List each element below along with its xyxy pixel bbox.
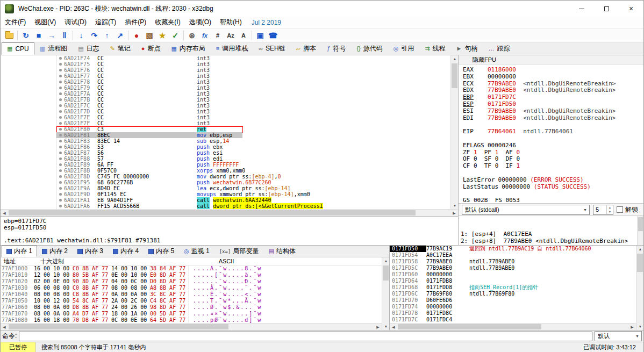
step-over-button[interactable]: ↷ xyxy=(88,30,101,41)
tab-memory-5[interactable]: 内存 5 xyxy=(144,246,179,257)
disasm-row[interactable]: 6AD21F79CCint3 xyxy=(1,85,450,91)
tab-memory-3[interactable]: 内存 3 xyxy=(73,246,108,257)
find-strings-button[interactable]: A xyxy=(237,30,250,41)
tab-script[interactable]: ▱脚本 xyxy=(291,42,321,55)
favourites-button[interactable]: ★ xyxy=(156,30,169,41)
tab-source[interactable]: {}源代码 xyxy=(351,42,388,55)
scroll-down-icon[interactable] xyxy=(451,202,459,209)
tab-trace[interactable]: …跟踪 xyxy=(483,42,515,55)
tab-seh-chain[interactable]: ∞SEH链 xyxy=(253,42,291,55)
menu-item[interactable]: 插件(P) xyxy=(120,17,151,28)
scrollbar-thumb[interactable] xyxy=(452,63,457,88)
assemble-button[interactable]: Az xyxy=(224,30,237,41)
disasm-row[interactable]: 6AD21F7FCCint3 xyxy=(1,120,450,126)
disasm-row[interactable]: 6AD21FA1E8 9A04D1FFcall wechatwin.6AA324… xyxy=(1,197,450,203)
settings-button[interactable]: ⊛ xyxy=(185,30,198,41)
minimize-button[interactable] xyxy=(569,1,594,17)
tab-memory-2[interactable]: 内存 2 xyxy=(37,246,73,257)
maximize-button[interactable] xyxy=(594,1,619,17)
disasm-row[interactable]: 6AD21F8383EC 14sub esp,14 xyxy=(1,138,450,144)
scrollbar-track[interactable] xyxy=(8,324,374,330)
register-row[interactable]: EIP77B64061 ntdll.77B64061 xyxy=(463,128,643,135)
stack-row[interactable]: 0171FD640171FDB8 xyxy=(390,278,636,284)
pause-button[interactable]: ‖ xyxy=(58,30,71,41)
register-row[interactable]: LastStatus00000000 (STATUS_SUCCESS) xyxy=(463,184,643,191)
dump-row[interactable]: 77AF103006 00 08 00C0 8B AF 7708 00 08 0… xyxy=(1,285,382,291)
tab-call-stack[interactable]: ≡调用堆栈 xyxy=(211,42,253,55)
tab-watch-1[interactable]: ◎监视 1 xyxy=(179,246,214,257)
spinner-up-icon[interactable]: ▲ xyxy=(607,205,613,210)
disasm-row[interactable]: 6AD21FA6FF15 ACD5566Bcall dword ptr ds:[… xyxy=(1,203,450,209)
scrollbar-thumb[interactable] xyxy=(9,210,416,215)
scrollbar-track[interactable] xyxy=(382,264,389,323)
tab-locals[interactable]: [x=]局部变量 xyxy=(214,246,264,257)
disasm-row[interactable]: 6AD21F7CCCint3 xyxy=(1,103,450,109)
scrollbar-track[interactable] xyxy=(397,324,628,330)
registers-view[interactable]: EAX01186000EBX00000000ECX77B9ABE0 <ntdll… xyxy=(459,65,643,203)
stack-horizontal-scrollbar[interactable] xyxy=(390,323,636,330)
tab-threads[interactable]: ⇉线程 xyxy=(419,42,450,55)
scroll-right-icon[interactable] xyxy=(374,324,382,330)
unlock-checkbox[interactable]: 解锁 xyxy=(617,205,640,214)
stack-row[interactable]: 0171FD780171FD8C xyxy=(390,310,636,317)
spinner-down-icon[interactable]: ▼ xyxy=(607,210,613,214)
disasm-row[interactable]: 6AD21F7ACCint3 xyxy=(1,91,450,97)
scrollbar-track[interactable] xyxy=(8,210,450,216)
open-file-button[interactable] xyxy=(3,30,16,41)
windows-button[interactable]: ▣ xyxy=(254,30,267,41)
dump-row[interactable]: 77AF106008 00 0A 00D8 8B AF 7724 00 26 0… xyxy=(1,304,382,311)
tab-memory-map[interactable]: ▦内存布局 xyxy=(166,42,210,55)
register-row[interactable]: EDI77B9ABE0 <ntdll.DbgUiRemoteBreakin> xyxy=(463,115,643,122)
script-run-button[interactable]: ✓ xyxy=(169,30,182,41)
restart-button[interactable]: ↻ xyxy=(19,30,32,41)
tab-cpu[interactable]: ▦CPU xyxy=(2,42,34,55)
command-default-select[interactable]: 默认 ▼ xyxy=(595,331,642,341)
dump-view[interactable]: 77AF100016 00 10 00C0 8B AF 7714 00 10 0… xyxy=(1,265,382,323)
run-button[interactable]: → xyxy=(45,30,58,41)
argument-row[interactable]: 3: [esp+C] 77B9ABE0 <ntdll.DbgUiRemoteBr… xyxy=(461,245,636,245)
disasm-row[interactable]: 6AD21F74CCint3 xyxy=(1,55,450,61)
disasm-row[interactable]: 6AD21F8653push ebx xyxy=(1,144,450,150)
scroll-down-icon[interactable] xyxy=(382,323,389,330)
patches-button[interactable]: ▧ xyxy=(143,30,156,41)
dump-row[interactable]: 77AF100016 00 10 00C0 8B AF 7714 00 10 0… xyxy=(1,265,382,272)
calling-convention-select[interactable]: 默认 (stdcall) ▼ xyxy=(462,205,590,215)
dump-row[interactable]: 77AF104008 00 08 00C8 8B AF 770A 00 0A 0… xyxy=(1,291,382,298)
menu-item[interactable]: 文件(F) xyxy=(1,17,30,28)
argument-count-spinner[interactable]: 5 ▲ ▼ xyxy=(593,205,613,215)
disasm-row[interactable]: 6AD21F78CCint3 xyxy=(1,79,450,85)
stack-row[interactable]: 0171FD6C77B69F80ntdll.77B69F80 xyxy=(390,291,636,297)
tab-log[interactable]: ▤日志 xyxy=(73,42,104,55)
tab-memory-4[interactable]: 内存 4 xyxy=(108,246,144,257)
tab-graph[interactable]: ▥流程图 xyxy=(34,42,73,55)
step-into-button[interactable]: ↓ xyxy=(75,30,88,41)
stack-row[interactable]: 0171FD680171FDD8指向SEH_Record[1]的指针 xyxy=(390,284,636,291)
step-out-button[interactable]: ↗ xyxy=(113,30,126,41)
disasm-row[interactable]: 6AD21F77CCint3 xyxy=(1,73,450,79)
tab-memory-1[interactable]: 内存 1 xyxy=(2,246,37,257)
disasm-row[interactable]: 6AD21F7DCCint3 xyxy=(1,109,450,114)
execute-till-return-button[interactable]: ↑ xyxy=(101,30,113,41)
stack-row[interactable]: 0171FD5877B9ABE0ntdll.77B9ABE0 xyxy=(390,258,636,265)
stack-row[interactable]: 0171FD6000000000 xyxy=(390,271,636,278)
scrollbar-thumb[interactable] xyxy=(398,324,541,329)
stack-row[interactable]: 0171FD7C0171FDC4 xyxy=(390,317,636,323)
patch-hash-button[interactable]: # xyxy=(211,30,224,41)
report-bug-button[interactable]: ☎ xyxy=(267,30,280,41)
stack-row[interactable]: 0171FD5077B9AC19返回到 ntdll.77B9AC19 自 ntd… xyxy=(390,246,636,252)
scrollbar-thumb[interactable] xyxy=(383,265,389,281)
disasm-row[interactable]: 6AD21F80C3ret xyxy=(1,126,450,132)
tab-struct[interactable]: ▤结构体 xyxy=(263,246,300,257)
menu-item[interactable]: 选项(O) xyxy=(185,17,216,28)
stack-row[interactable]: 0171FD5C77B9ABE0ntdll.77B9ABE0 xyxy=(390,265,636,271)
menu-item[interactable]: 视图(V) xyxy=(30,17,60,28)
register-row[interactable]: CF 0 TF 0 IF 1 xyxy=(463,163,643,170)
disasm-row[interactable]: 6AD21F8756push esi xyxy=(1,150,450,156)
stack-vertical-scrollbar[interactable] xyxy=(636,246,643,330)
trace-record-button[interactable]: ● xyxy=(130,30,143,41)
disasm-row[interactable]: 6AD21F9D0F1145 ECmovups xmmword ptr ss:[… xyxy=(1,191,450,197)
register-row[interactable]: GS 002B FS 0053 xyxy=(463,197,643,203)
calculator-button[interactable]: fx xyxy=(198,30,211,41)
argument-row[interactable]: 1: [esp+4] A0C17EEA xyxy=(461,231,636,238)
menu-item[interactable]: 调试(D) xyxy=(60,17,91,28)
